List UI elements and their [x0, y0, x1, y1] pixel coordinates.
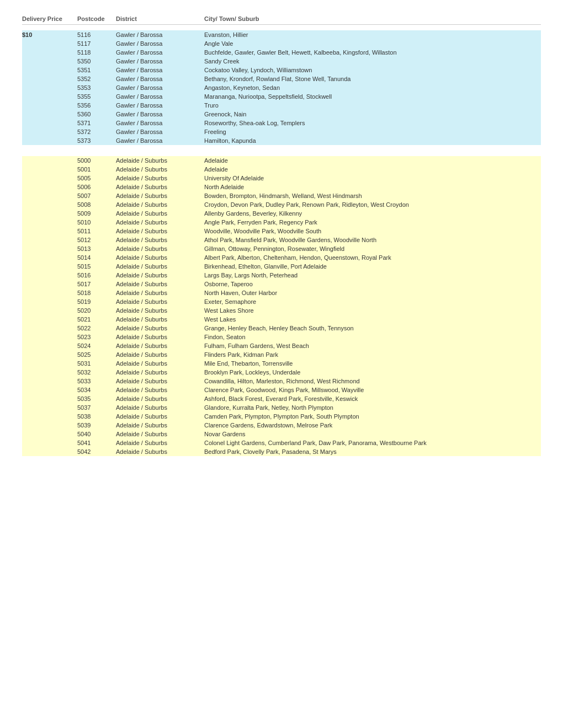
cell-suburb: West Lakes Shore: [204, 307, 541, 314]
cell-price: [22, 254, 77, 261]
table-row: 5356Gawler / BarossaTruro: [22, 101, 541, 110]
cell-postcode: 5015: [77, 263, 116, 270]
cell-suburb: Camden Park, Plympton, Plympton Park, So…: [204, 413, 541, 420]
cell-district: Adelaide / Suburbs: [116, 307, 204, 314]
cell-price: [22, 325, 77, 331]
cell-price: [22, 404, 77, 411]
cell-price: $10: [22, 31, 77, 38]
cell-district: Gawler / Barossa: [116, 84, 204, 91]
cell-suburb: Croydon, Devon Park, Dudley Park, Renown…: [204, 201, 541, 208]
cell-suburb: Bethany, Krondorf, Rowland Flat, Stone W…: [204, 76, 541, 82]
table-row: 5025Adelaide / SuburbsFlinders Park, Kid…: [22, 350, 541, 359]
cell-price: [22, 166, 77, 173]
cell-price: [22, 387, 77, 393]
cell-postcode: 5008: [77, 201, 116, 208]
cell-price: [22, 58, 77, 65]
table-row: 5040Adelaide / SuburbsNovar Gardens: [22, 430, 541, 438]
cell-postcode: 5116: [77, 31, 116, 38]
cell-price: [22, 184, 77, 190]
cell-postcode: 5373: [77, 137, 116, 144]
cell-postcode: 5011: [77, 228, 116, 234]
cell-postcode: 5005: [77, 175, 116, 181]
cell-postcode: 5019: [77, 298, 116, 305]
cell-district: Adelaide / Suburbs: [116, 369, 204, 376]
cell-price: [22, 84, 77, 91]
header-delivery-price: Delivery Price: [22, 15, 77, 22]
cell-district: Adelaide / Suburbs: [116, 192, 204, 199]
cell-price: [22, 298, 77, 305]
cell-postcode: 5033: [77, 378, 116, 384]
table-row: 5037Adelaide / SuburbsGlandore, Kurralta…: [22, 403, 541, 412]
table-row: 5041Adelaide / SuburbsColonel Light Gard…: [22, 438, 541, 447]
cell-suburb: Grange, Henley Beach, Henley Beach South…: [204, 325, 541, 331]
cell-price: [22, 351, 77, 358]
cell-suburb: Fulham, Fulham Gardens, West Beach: [204, 342, 541, 349]
cell-district: Adelaide / Suburbs: [116, 422, 204, 429]
section-cyan: $105116Gawler / BarossaEvanston, Hillier…: [22, 30, 541, 145]
cell-district: Adelaide / Suburbs: [116, 298, 204, 305]
cell-district: Gawler / Barossa: [116, 40, 204, 47]
cell-price: [22, 316, 77, 323]
cell-district: Adelaide / Suburbs: [116, 175, 204, 181]
cell-postcode: 5352: [77, 76, 116, 82]
cell-suburb: Adelaide: [204, 166, 541, 173]
cell-district: Adelaide / Suburbs: [116, 254, 204, 261]
cell-postcode: 5013: [77, 245, 116, 252]
cell-district: Adelaide / Suburbs: [116, 290, 204, 296]
table-row: 5372Gawler / BarossaFreeling: [22, 127, 541, 136]
table-row: 5118Gawler / BarossaBuchfelde, Gawler, G…: [22, 48, 541, 57]
table-row: 5373Gawler / BarossaHamilton, Kapunda: [22, 136, 541, 145]
cell-suburb: Angle Vale: [204, 40, 541, 47]
cell-postcode: 5353: [77, 84, 116, 91]
cell-price: [22, 102, 77, 109]
cell-district: Gawler / Barossa: [116, 102, 204, 109]
table-row: 5005Adelaide / SuburbsUniversity Of Adel…: [22, 174, 541, 183]
cell-district: Adelaide / Suburbs: [116, 184, 204, 190]
cell-postcode: 5024: [77, 342, 116, 349]
cell-suburb: Clarence Park, Goodwood, Kings Park, Mil…: [204, 387, 541, 393]
cell-postcode: 5360: [77, 111, 116, 117]
cell-district: Adelaide / Suburbs: [116, 440, 204, 446]
cell-postcode: 5372: [77, 129, 116, 135]
table-row: 5011Adelaide / SuburbsWoodville, Woodvil…: [22, 227, 541, 235]
cell-suburb: Angle Park, Ferryden Park, Regency Park: [204, 219, 541, 226]
cell-district: Gawler / Barossa: [116, 58, 204, 65]
cell-suburb: Birkenhead, Ethelton, Glanville, Port Ad…: [204, 263, 541, 270]
cell-postcode: 5118: [77, 49, 116, 56]
cell-suburb: Adelaide: [204, 157, 541, 164]
table-row: 5117Gawler / BarossaAngle Vale: [22, 39, 541, 48]
cell-postcode: 5025: [77, 351, 116, 358]
cell-suburb: Clarence Gardens, Edwardstown, Melrose P…: [204, 422, 541, 429]
cell-suburb: North Adelaide: [204, 184, 541, 190]
cell-price: [22, 245, 77, 252]
cell-district: Adelaide / Suburbs: [116, 228, 204, 234]
table-row: 5039Adelaide / SuburbsClarence Gardens, …: [22, 421, 541, 430]
cell-district: Adelaide / Suburbs: [116, 219, 204, 226]
cell-price: [22, 111, 77, 117]
cell-postcode: 5020: [77, 307, 116, 314]
table-row: 5033Adelaide / SuburbsCowandilla, Hilton…: [22, 377, 541, 386]
cell-suburb: Truro: [204, 102, 541, 109]
table-row: 5024Adelaide / SuburbsFulham, Fulham Gar…: [22, 341, 541, 350]
cell-district: Adelaide / Suburbs: [116, 281, 204, 287]
cell-postcode: 5007: [77, 192, 116, 199]
table-row: 5012Adelaide / SuburbsAthol Park, Mansfi…: [22, 235, 541, 244]
cell-postcode: 5023: [77, 334, 116, 340]
table-row: 5351Gawler / BarossaCockatoo Valley, Lyn…: [22, 66, 541, 74]
cell-district: Adelaide / Suburbs: [116, 166, 204, 173]
table-row: 5018Adelaide / SuburbsNorth Haven, Outer…: [22, 288, 541, 297]
cell-suburb: West Lakes: [204, 316, 541, 323]
cell-district: Gawler / Barossa: [116, 120, 204, 126]
table-row: 5023Adelaide / SuburbsFindon, Seaton: [22, 333, 541, 341]
cell-postcode: 5040: [77, 431, 116, 437]
cell-suburb: Bowden, Brompton, Hindmarsh, Welland, We…: [204, 192, 541, 199]
cell-district: Adelaide / Suburbs: [116, 351, 204, 358]
table-row: 5353Gawler / BarossaAngaston, Keyneton, …: [22, 83, 541, 92]
cell-district: Adelaide / Suburbs: [116, 342, 204, 349]
cell-price: [22, 290, 77, 296]
cell-postcode: 5001: [77, 166, 116, 173]
cell-postcode: 5042: [77, 448, 116, 455]
cell-district: Gawler / Barossa: [116, 31, 204, 38]
table-row: 5006Adelaide / SuburbsNorth Adelaide: [22, 183, 541, 191]
table-row: 5355Gawler / BarossaMarananga, Nuriootpa…: [22, 92, 541, 101]
